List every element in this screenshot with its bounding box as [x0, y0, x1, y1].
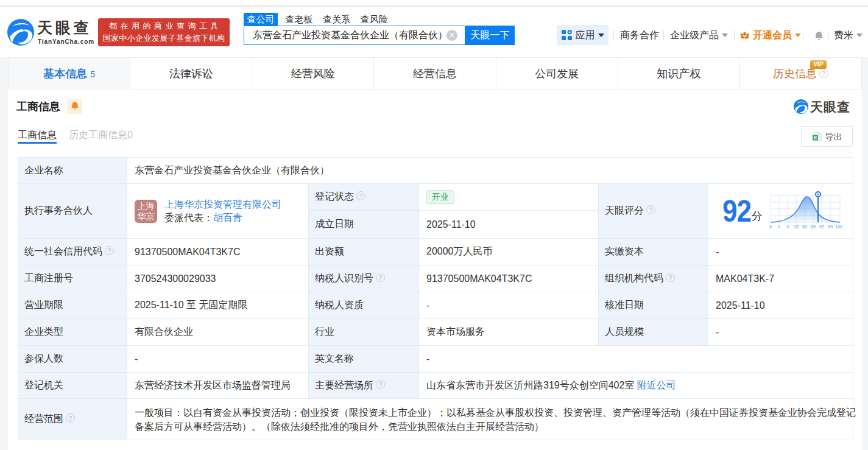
svg-text:50: 50 — [802, 225, 807, 229]
svg-text:99: 99 — [828, 225, 833, 229]
svg-text:1: 1 — [778, 225, 780, 229]
svg-text:97: 97 — [819, 225, 824, 229]
svg-text:85: 85 — [811, 225, 816, 229]
svg-text:0: 0 — [769, 225, 772, 229]
svg-text:15: 15 — [794, 225, 799, 229]
svg-text:3: 3 — [786, 225, 789, 229]
svg-text:100: 100 — [835, 225, 842, 229]
